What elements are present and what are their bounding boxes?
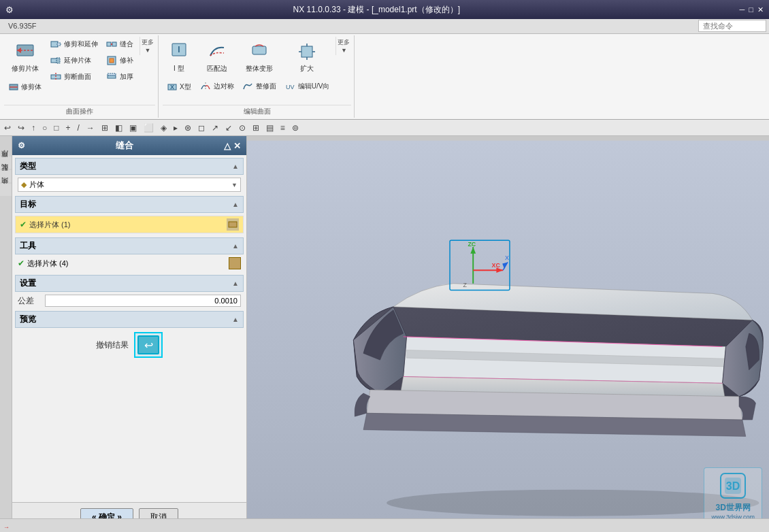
minimize-btn[interactable]: ─ xyxy=(740,5,745,14)
tool-icon-btn[interactable] xyxy=(229,257,241,269)
title-left: ⚙ xyxy=(5,5,14,15)
type-field-row: ◆ 片体 ▼ xyxy=(15,178,244,192)
tool-ring-icon[interactable]: ⊚ xyxy=(291,122,300,134)
edge-sym-label: 边对称 xyxy=(214,82,234,91)
tool-ne-icon[interactable]: ↗ xyxy=(210,122,220,134)
trim-body-btn[interactable]: 修剪体 xyxy=(4,79,46,95)
secondary-toolbar: ↩ ↪ ↑ ○ □ + / → ⊞ ◧ ▣ ⬜ ◈ ▸ ⊛ ◻ ↗ ↙ ⊙ ⊞ … xyxy=(0,120,769,136)
ribbon-edit-buttons: I I 型 X X型 xyxy=(163,37,351,105)
tool-menu-icon[interactable]: ≡ xyxy=(279,122,287,134)
target-icon-btn[interactable] xyxy=(227,218,239,231)
command-search-input[interactable] xyxy=(698,20,766,32)
edit-surface-more-btn[interactable]: 更多 ▼ xyxy=(336,37,351,55)
tool-tri-icon[interactable]: ▸ xyxy=(172,122,179,134)
tolerance-row: 公差 xyxy=(15,295,244,307)
tool-box-icon[interactable]: □ xyxy=(52,122,60,134)
tool-sq3-icon[interactable]: ◻ xyxy=(197,122,206,134)
left-tab-assembly[interactable]: 装配 xyxy=(0,170,12,182)
svg-rect-30 xyxy=(229,222,237,227)
tool-check-icon: ✔ xyxy=(18,259,24,268)
tool-sel-icon[interactable]: ◧ xyxy=(114,122,124,134)
preview-section-label: 预览 xyxy=(20,314,36,325)
tool-section-header[interactable]: 工具 ▲ xyxy=(15,237,244,254)
tool-dia-icon[interactable]: ◈ xyxy=(159,122,168,134)
tool-up-icon[interactable]: ↑ xyxy=(30,122,37,134)
patch-btn[interactable]: 修补 xyxy=(103,53,137,68)
global-deform-btn[interactable]: 整体变形 xyxy=(239,37,280,78)
preview-section-header[interactable]: 预览 ▲ xyxy=(15,311,244,328)
tool-grid2-icon[interactable]: ⊞ xyxy=(251,122,261,134)
i-type-btn[interactable]: I I 型 xyxy=(163,37,195,78)
tool-undo-icon[interactable]: ↩ xyxy=(3,122,12,134)
tolerance-input[interactable] xyxy=(45,295,241,307)
settings-chevron: ▲ xyxy=(232,280,239,287)
edge-sym-btn[interactable]: 边对称 xyxy=(197,79,238,94)
x-type-icon: X xyxy=(167,82,178,93)
smooth-surface-btn[interactable]: 整修面 xyxy=(239,79,280,94)
bottom-arrow-icon: → xyxy=(3,524,10,531)
tool-circ2-icon[interactable]: ⊙ xyxy=(238,122,247,134)
target-section-label: 目标 xyxy=(20,199,36,210)
extend-sheet-btn[interactable]: 延伸片体 xyxy=(47,53,101,68)
i-type-label: I 型 xyxy=(174,64,184,73)
type-select[interactable]: ◆ 片体 ▼ xyxy=(18,178,241,192)
type-section-header[interactable]: 类型 ▲ xyxy=(15,158,244,175)
tool-grid-icon[interactable]: ⊞ xyxy=(100,122,110,134)
extend-sheet-icon xyxy=(50,55,61,66)
left-tab-order[interactable]: 顺序 xyxy=(0,156,12,169)
tool-arrow-icon[interactable]: → xyxy=(85,122,96,134)
tool-plus-icon[interactable]: + xyxy=(65,122,72,134)
dialog-settings-icon[interactable]: ⚙ xyxy=(18,141,25,150)
tool-star-icon[interactable]: ⊛ xyxy=(183,122,193,134)
tool-redo-icon[interactable]: ↪ xyxy=(16,122,26,134)
match-edge-btn[interactable]: 匹配边 xyxy=(197,37,238,78)
maximize-btn[interactable]: □ xyxy=(749,5,753,14)
undo-icon: ↩ xyxy=(144,339,153,352)
ribbon-group-edit-surface: I I 型 X X型 xyxy=(160,35,355,118)
tool-sq2-icon[interactable]: ⬜ xyxy=(142,122,155,134)
tool-sw-icon[interactable]: ↙ xyxy=(224,122,233,134)
tool-selection-row: ✔ 选择片体 (4) xyxy=(18,257,241,269)
ribbon-col-right: 缝合 修补 加厚 xyxy=(103,37,137,84)
tool-slash-icon[interactable]: / xyxy=(76,122,81,134)
x-type-label: X型 xyxy=(180,82,191,92)
model-3d-view: ZC XC X Z xyxy=(247,136,769,532)
tool-sq-icon[interactable]: ▣ xyxy=(128,122,138,134)
x-type-btn[interactable]: X X型 xyxy=(163,79,195,95)
left-tab-constraint[interactable]: 约束 xyxy=(0,184,12,196)
thicken-btn[interactable]: 加厚 xyxy=(103,69,137,84)
svg-text:X: X xyxy=(170,84,174,90)
cut-curve-btn[interactable]: 剪断曲面 xyxy=(47,69,101,84)
tool-circle-icon[interactable]: ○ xyxy=(41,122,48,134)
type-chevron-down: ▼ xyxy=(231,182,238,188)
edit-uv-btn[interactable]: UV 编辑U/V向 xyxy=(281,79,333,94)
surface-ops-label: 曲面操作 xyxy=(4,105,155,116)
watermark: 3D 3D世界网 www.3dsjw.com xyxy=(704,467,762,525)
left-tabs-panel: 顺序 装配 约束 xyxy=(0,136,12,532)
svg-text:3D: 3D xyxy=(726,480,740,492)
settings-section-header[interactable]: 设置 ▲ xyxy=(15,275,244,292)
viewport[interactable]: ZC XC X Z xyxy=(247,136,769,532)
title-text: NX 11.0.0.33 - 建模 - [_model1.prt（修改的）] xyxy=(293,4,460,16)
target-section-header[interactable]: 目标 ▲ xyxy=(15,196,244,213)
trim-extend-btn[interactable]: 修剪和延伸 xyxy=(47,37,101,52)
undo-result-btn[interactable]: ↩ xyxy=(137,335,159,354)
tool-lines-icon[interactable]: ▤ xyxy=(265,122,275,134)
settings-icon[interactable]: ⚙ xyxy=(5,5,14,15)
trim-extend-label: 修剪和延伸 xyxy=(64,39,98,49)
smooth-surface-label: 整修面 xyxy=(256,82,276,91)
sew-btn[interactable]: 缝合 xyxy=(103,37,137,52)
undo-result-label: 撤销结果 xyxy=(96,339,129,351)
cut-curve-label: 剪断曲面 xyxy=(64,72,91,82)
trim-sheet-btn[interactable]: 修剪片体 xyxy=(4,37,46,78)
expand-btn[interactable]: 扩大 xyxy=(281,37,333,78)
dialog-pin-icon[interactable]: △ xyxy=(224,141,231,151)
ribbon-col-left: 修剪片体 修剪体 xyxy=(4,37,46,95)
svg-text:I: I xyxy=(178,45,180,54)
close-btn[interactable]: ✕ xyxy=(757,5,764,14)
surface-ops-more-btn[interactable]: 更多 ▼ xyxy=(140,37,155,55)
svg-rect-11 xyxy=(107,42,111,46)
expand-icon xyxy=(296,41,318,63)
preview-chevron: ▲ xyxy=(232,316,239,323)
dialog-close-icon[interactable]: ✕ xyxy=(233,141,241,151)
